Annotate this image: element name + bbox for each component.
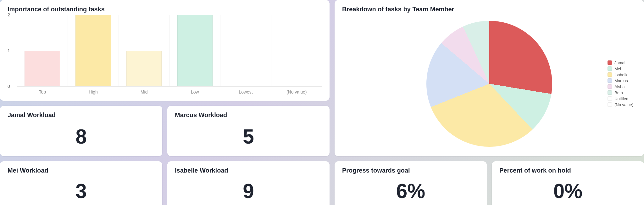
legend-item[interactable]: Untitled bbox=[608, 96, 633, 101]
card-title: Jamal Workload bbox=[8, 111, 155, 119]
legend-swatch bbox=[608, 66, 612, 71]
legend-label: Jamal bbox=[614, 60, 625, 65]
card-title: Percent of work on hold bbox=[499, 167, 636, 174]
bar-column bbox=[220, 15, 271, 86]
bar-column bbox=[17, 15, 68, 86]
card-title: Isabelle Workload bbox=[175, 167, 322, 174]
card-title: Breakdown of tasks by Team Member bbox=[342, 6, 636, 13]
bar-ytick-label: 1 bbox=[8, 48, 10, 53]
bar-chart: 012 TopHighMidLowLowest(No value) bbox=[8, 15, 322, 97]
bar-column bbox=[68, 15, 119, 86]
pie-chart bbox=[426, 21, 552, 147]
stat-value: 3 bbox=[8, 176, 155, 205]
legend-swatch bbox=[608, 84, 612, 89]
card-importance-bar: Importance of outstanding tasks 012 TopH… bbox=[0, 0, 330, 101]
bar-rect bbox=[75, 15, 111, 86]
legend-item[interactable]: Beth bbox=[608, 90, 633, 95]
legend-label: Untitled bbox=[614, 96, 628, 101]
bar-ytick-label: 2 bbox=[8, 12, 10, 17]
legend-swatch bbox=[608, 72, 612, 77]
card-isabelle-workload: Isabelle Workload 9 bbox=[167, 161, 330, 205]
bar-xlabel: Low bbox=[169, 89, 220, 94]
bar-rect bbox=[126, 51, 162, 87]
legend-item[interactable]: (No value) bbox=[608, 102, 633, 107]
legend-item[interactable]: Isabelle bbox=[608, 72, 633, 77]
bar-xlabel: Top bbox=[17, 89, 68, 94]
stat-value: 6% bbox=[342, 176, 479, 205]
card-breakdown-pie: Breakdown of tasks by Team Member JamalM… bbox=[335, 0, 644, 156]
card-title: Marcus Workload bbox=[175, 111, 322, 119]
legend-label: (No value) bbox=[614, 102, 633, 107]
bar-ytick-label: 0 bbox=[8, 84, 10, 89]
legend-item[interactable]: Aisha bbox=[608, 84, 633, 89]
legend-label: Isabelle bbox=[614, 72, 629, 77]
legend-swatch bbox=[608, 96, 612, 101]
bar-column bbox=[119, 15, 170, 86]
bar-xlabel: Mid bbox=[119, 89, 169, 94]
bar-xlabel: (No value) bbox=[271, 89, 322, 94]
legend-item[interactable]: Marcus bbox=[608, 78, 633, 83]
card-marcus-workload: Marcus Workload 5 bbox=[167, 106, 330, 156]
legend-label: Mei bbox=[614, 66, 621, 71]
card-progress-goal: Progress towards goal 6% bbox=[335, 161, 487, 205]
legend-swatch bbox=[608, 78, 612, 83]
card-title: Progress towards goal bbox=[342, 167, 479, 174]
legend-swatch bbox=[608, 102, 612, 107]
pie-chart-body: JamalMeiIsabelleMarcusAishaBethUntitled(… bbox=[342, 15, 636, 152]
legend-label: Aisha bbox=[614, 84, 625, 89]
card-jamal-workload: Jamal Workload 8 bbox=[0, 106, 162, 156]
bar-rect bbox=[177, 15, 213, 86]
legend-swatch bbox=[608, 60, 612, 65]
card-percent-on-hold: Percent of work on hold 0% bbox=[492, 161, 644, 205]
legend-label: Marcus bbox=[614, 78, 628, 83]
bar-column bbox=[169, 15, 220, 86]
bar-xlabel: High bbox=[68, 89, 119, 94]
bar-gridline bbox=[17, 86, 322, 87]
pie-legend: JamalMeiIsabelleMarcusAishaBethUntitled(… bbox=[608, 60, 633, 107]
bar-column bbox=[271, 15, 322, 86]
bar-xlabel: Lowest bbox=[220, 89, 271, 94]
stat-value: 0% bbox=[499, 176, 636, 205]
bar-rect bbox=[25, 51, 60, 87]
stat-value: 9 bbox=[175, 176, 322, 205]
legend-item[interactable]: Mei bbox=[608, 66, 633, 71]
stat-value: 8 bbox=[8, 121, 155, 152]
legend-swatch bbox=[608, 90, 612, 95]
legend-label: Beth bbox=[614, 90, 623, 95]
card-title: Mei Workload bbox=[8, 167, 155, 174]
stat-value: 5 bbox=[175, 121, 322, 152]
card-title: Importance of outstanding tasks bbox=[8, 6, 322, 13]
row3-right-wrap: Progress towards goal 6% Percent of work… bbox=[335, 161, 644, 205]
dashboard-grid: Importance of outstanding tasks 012 TopH… bbox=[0, 0, 644, 205]
legend-item[interactable]: Jamal bbox=[608, 60, 633, 65]
card-mei-workload: Mei Workload 3 bbox=[0, 161, 162, 205]
